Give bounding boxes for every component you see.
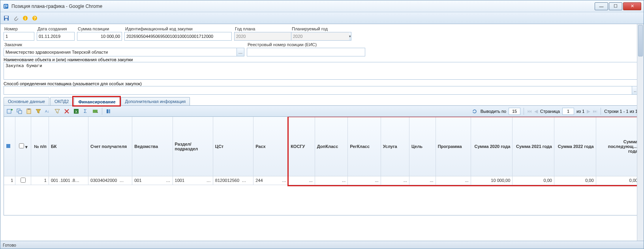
cell-sumnext[interactable]: 0,00 [596, 176, 640, 185]
svg-text:A↓: A↓ [45, 109, 49, 113]
col-select-all[interactable]: ▾ [15, 117, 31, 176]
cell-cel[interactable]: ... [409, 176, 436, 185]
cell-cst[interactable]: 8120012560 … [213, 176, 253, 185]
prev-page-icon[interactable]: ◀ [534, 109, 538, 114]
cell-regklass[interactable]: ... [348, 176, 381, 185]
year-planned-select[interactable] [291, 32, 349, 41]
col-cst[interactable]: ЦСт [213, 117, 253, 176]
customer-label: Заказчик [4, 41, 244, 48]
tab-financing[interactable]: Финансирование [74, 97, 120, 106]
year-plan-select[interactable] [234, 32, 292, 41]
cell-kosgu[interactable]: ... [289, 176, 315, 185]
col-npp[interactable]: № п/п [31, 117, 49, 176]
sum-field[interactable] [77, 32, 122, 41]
svg-rect-8 [7, 109, 11, 113]
ikz-label: Идентификационный код закупки [124, 26, 232, 32]
object-textarea[interactable]: Закупка бумаги [4, 62, 640, 80]
help-icon[interactable]: ? [31, 15, 38, 22]
col-usluga[interactable]: Услуга [381, 117, 409, 176]
number-field[interactable] [4, 32, 34, 41]
col-sum2021[interactable]: Сумма 2021 года [513, 117, 554, 176]
registry-field[interactable] [247, 48, 365, 56]
ikz-field[interactable] [124, 32, 232, 41]
cell-bk[interactable]: 001 .1001 .8… [49, 176, 88, 185]
col-razdel[interactable]: Раздел/ подраздел [173, 117, 213, 176]
tab-main[interactable]: Основные данные [4, 97, 49, 105]
scroll-thumb[interactable] [638, 25, 643, 56]
col-bk[interactable]: БК [49, 117, 88, 176]
date-field[interactable] [37, 32, 75, 41]
svg-rect-10 [19, 110, 22, 114]
chevron-down-icon[interactable]: ▾ [349, 32, 351, 41]
page-label: Страница [540, 109, 560, 114]
cell-programma[interactable]: ... [436, 176, 471, 185]
col-regklass[interactable]: РегКласс [348, 117, 381, 176]
row-checkbox[interactable] [21, 178, 26, 183]
page-size-input[interactable] [509, 108, 520, 115]
year-planned-label: Планируемый год [291, 26, 345, 32]
col-sumnext[interactable]: Сумма последующ… года [596, 117, 640, 176]
cell-sum2020[interactable]: 10 000,00 [471, 176, 513, 185]
filter-icon[interactable] [35, 108, 42, 115]
cell-usluga[interactable]: ... [381, 176, 409, 185]
cell-razdel[interactable]: 1001… [173, 176, 213, 185]
app-icon [3, 3, 9, 9]
statusbar: Готово [0, 241, 644, 249]
column-settings-icon[interactable] [105, 108, 113, 115]
refresh-icon[interactable] [471, 108, 478, 115]
col-kosgu[interactable]: КОСГУ [289, 117, 315, 176]
page-number-input[interactable] [562, 108, 574, 115]
add-row-icon[interactable] [6, 108, 13, 115]
method-label: Способ определения поставщика (указывает… [4, 81, 640, 86]
cell-rasx[interactable]: 244… [253, 176, 289, 185]
cell-sum2022[interactable]: 0,00 [554, 176, 596, 185]
cell-ved[interactable]: 001… [132, 176, 173, 185]
sort-icon[interactable]: A↓ [44, 108, 51, 115]
cell-sum2021[interactable]: 0,00 [513, 176, 554, 185]
cell-dopklass[interactable]: ... [315, 176, 347, 185]
cell-account[interactable]: 03034042000 … [88, 176, 132, 185]
tab-additional[interactable]: Дополнительная информация [121, 97, 190, 105]
col-programma[interactable]: Программа [436, 117, 471, 176]
vertical-scrollbar[interactable] [637, 24, 644, 241]
customer-field[interactable] [4, 48, 237, 56]
next-page-icon[interactable]: ▶ [587, 109, 590, 114]
info-icon[interactable]: i [22, 15, 29, 22]
save-icon[interactable] [3, 15, 10, 22]
minimize-button[interactable]: — [595, 2, 608, 10]
copy-row-icon[interactable] [16, 108, 23, 115]
attach-icon[interactable] [12, 15, 19, 22]
paste-row-icon[interactable] [25, 108, 32, 115]
svg-rect-17 [93, 110, 98, 113]
tab-okpd2[interactable]: ОКПД2 [50, 97, 73, 105]
sum-label: Сумма позиции [77, 26, 122, 32]
cell-npp[interactable]: 1 [31, 176, 49, 185]
col-vedomstva[interactable]: Ведомства [132, 117, 173, 176]
col-sum2022[interactable]: Сумма 2022 года [554, 117, 596, 176]
col-cel[interactable]: Цель [409, 117, 436, 176]
customer-lookup-button[interactable]: … [237, 48, 244, 56]
object-label: Наименование объекта и (или) наименовани… [4, 57, 640, 62]
maximize-button[interactable]: ☐ [609, 2, 622, 10]
svg-rect-20 [6, 144, 10, 148]
first-page-icon[interactable]: ⏮ [527, 109, 532, 114]
settings-icon[interactable] [92, 108, 99, 115]
select-all-checkbox[interactable] [19, 143, 24, 148]
svg-rect-2 [5, 16, 8, 18]
svg-rect-0 [4, 4, 8, 9]
row-index: 1 [4, 176, 15, 185]
delete-icon[interactable] [63, 108, 70, 115]
rows-info: Строки 1 - 1 из 1 [604, 109, 638, 114]
col-row-indicator[interactable] [4, 117, 15, 176]
table-row[interactable]: 1 1 001 .1001 .8… 03034042000 … 001… 100… [4, 176, 640, 185]
last-page-icon[interactable]: ⏭ [593, 109, 597, 114]
col-account[interactable]: Счет получателя [88, 117, 132, 176]
filter-clear-icon[interactable] [54, 108, 61, 115]
col-dopklass[interactable]: ДопКласс [315, 117, 347, 176]
sum-icon[interactable]: Σ [82, 108, 89, 115]
method-field[interactable] [4, 86, 632, 95]
export-excel-icon[interactable]: X [73, 108, 80, 115]
col-sum2020[interactable]: Сумма 2020 года [471, 117, 513, 176]
close-button[interactable]: ✕ [623, 2, 641, 10]
col-rasx[interactable]: Расх [253, 117, 289, 176]
